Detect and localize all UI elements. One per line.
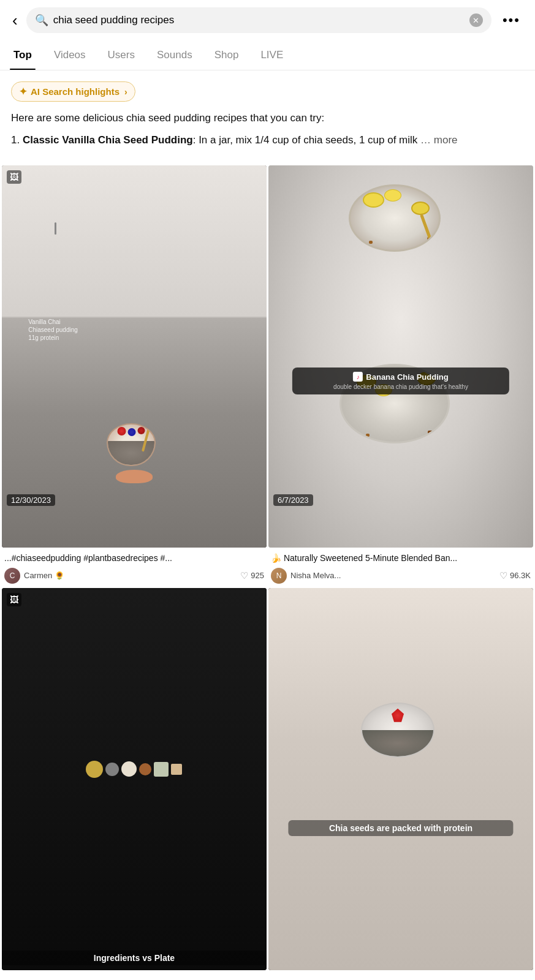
avatar-1: C: [4, 568, 20, 584]
card-info-2: 🍌 Naturally Sweetened 5-Minute Blended B…: [268, 548, 533, 586]
video-card-2[interactable]: ♪ Banana Chia Pudding double decker bana…: [268, 165, 533, 586]
timestamp-1: 12/30/2023: [7, 494, 55, 506]
photo-badge-3: 🖼: [7, 593, 21, 606]
author-name-1: Carmen 🌻: [24, 571, 64, 580]
spark-icon: ✦: [19, 86, 27, 97]
likes-1: ♡ 925: [240, 570, 264, 581]
card-title-1: ...#chiaseedpudding #plantbasedrecipes #…: [4, 552, 264, 564]
avatar-2: N: [271, 568, 287, 584]
tab-live[interactable]: LIVE: [249, 40, 294, 70]
ai-badge-button[interactable]: ✦ AI Search highlights ›: [11, 81, 135, 102]
video-grid: Vanilla Chai Chiaseed pudding 11g protei…: [0, 164, 535, 972]
tab-shop[interactable]: Shop: [203, 40, 250, 70]
watermark-line3: 11g protein: [28, 334, 78, 342]
search-icon: 🔍: [35, 13, 48, 27]
back-button[interactable]: ‹: [10, 9, 20, 32]
bottom-overlay-3: Ingredients vs Plate: [2, 951, 267, 965]
video-card-4[interactable]: Chia seeds are packed with protein: [268, 588, 533, 970]
clear-button[interactable]: ✕: [469, 13, 483, 27]
watermark-text-1: Vanilla Chai Chiaseed pudding 11g protei…: [28, 318, 78, 342]
tab-bar: Top Videos Users Sounds Shop LIVE: [0, 40, 535, 70]
likes-2: ♡ 96.3K: [499, 570, 531, 581]
ai-recipe-item: 1. Classic Vanilla Chia Seed Pudding: In…: [11, 132, 524, 148]
more-button[interactable]: •••: [498, 10, 525, 31]
chevron-right-icon: ›: [124, 87, 127, 97]
timestamp-2: 6/7/2023: [273, 494, 313, 506]
photo-badge-1: 🖼: [7, 170, 21, 184]
overlay-label-2: ♪ Banana Chia Pudding double decker bana…: [292, 368, 509, 394]
tab-videos[interactable]: Videos: [43, 40, 97, 70]
card-meta-2: N Nisha Melva... ♡ 96.3K: [271, 568, 531, 584]
clear-icon: ✕: [472, 16, 479, 25]
watermark-line1: Vanilla Chai: [28, 318, 78, 326]
ai-badge-label: AI Search highlights: [31, 86, 120, 97]
card-meta-1: C Carmen 🌻 ♡ 925: [4, 568, 264, 584]
more-link[interactable]: … more: [420, 134, 457, 146]
like-count-1: 925: [251, 571, 264, 580]
search-query-text: chia seed pudding recipes: [53, 14, 465, 26]
ai-description-text: Here are some delicious chia seed puddin…: [11, 110, 524, 126]
card-author-1: C Carmen 🌻: [4, 568, 64, 584]
recipe-name: Classic Vanilla Chia Seed Pudding: [23, 134, 193, 146]
recipe-desc: : In a jar, mix 1/4 cup of chia seeds, 1…: [193, 134, 418, 146]
like-count-2: 96.3K: [510, 571, 531, 580]
video-card-1[interactable]: Vanilla Chai Chiaseed pudding 11g protei…: [2, 165, 267, 586]
watermark-line2: Chiaseed pudding: [28, 326, 78, 334]
card-title-2: 🍌 Naturally Sweetened 5-Minute Blended B…: [271, 552, 531, 564]
overlay-title-2: Banana Chia Pudding: [366, 372, 448, 382]
author-name-2: Nisha Melva...: [290, 571, 341, 580]
video-card-3[interactable]: 🖼 Ingredients vs Plate: [2, 588, 267, 970]
recipe-number: 1.: [11, 134, 20, 146]
tab-users[interactable]: Users: [97, 40, 146, 70]
tab-sounds[interactable]: Sounds: [146, 40, 203, 70]
search-bar[interactable]: 🔍 chia seed pudding recipes ✕: [26, 7, 491, 33]
card-author-2: N Nisha Melva...: [271, 568, 341, 584]
header: ‹ 🔍 chia seed pudding recipes ✕ •••: [0, 0, 535, 40]
ai-highlights-section: ✦ AI Search highlights › Here are some d…: [0, 70, 535, 155]
heart-icon-1: ♡: [240, 570, 248, 581]
tab-top[interactable]: Top: [2, 40, 43, 70]
heart-icon-2: ♡: [499, 570, 507, 581]
chia-text-overlay: Chia seeds are packed with protein: [288, 820, 513, 836]
overlay-sub-2: double decker banana chia pudding that's…: [300, 383, 502, 390]
card-info-1: ...#chiaseedpudding #plantbasedrecipes #…: [2, 548, 267, 586]
